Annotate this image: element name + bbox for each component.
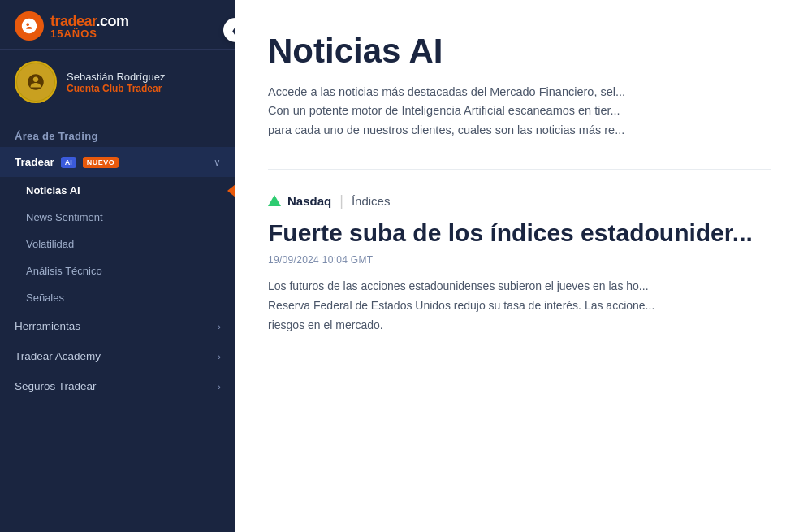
sidebar-item-tradear-ai[interactable]: Tradear AI NUEVO ∨ bbox=[0, 147, 235, 177]
herramientas-label: Herramientas bbox=[15, 320, 80, 332]
news-body: Los futuros de las acciones estadouniden… bbox=[268, 277, 771, 335]
logo-text: tradear.com 15AÑOS bbox=[50, 14, 129, 39]
chevron-down-icon: ∨ bbox=[214, 157, 221, 168]
positive-sentiment-icon bbox=[268, 195, 281, 206]
sidebar-item-volatilidad[interactable]: Volatilidad bbox=[0, 231, 235, 257]
main-content: Noticias AI Accede a las noticias más de… bbox=[235, 0, 812, 532]
logo-brand: tradear.com bbox=[50, 14, 129, 28]
user-name: Sebastián Rodríguez bbox=[67, 71, 165, 83]
noticias-ai-label: Noticias AI bbox=[26, 184, 80, 197]
news-category: Nasdaq | Índices bbox=[268, 192, 771, 210]
tradear-ai-label-row: Tradear AI NUEVO bbox=[15, 156, 119, 168]
arrow-right-icon: › bbox=[218, 322, 221, 331]
avatar bbox=[15, 61, 57, 103]
sidebar-nav: Área de Trading Tradear AI NUEVO ∨ Notic… bbox=[0, 115, 235, 532]
sidebar-item-tradear-academy[interactable]: Tradear Academy › bbox=[0, 341, 235, 371]
sidebar-item-senales[interactable]: Señales bbox=[0, 284, 235, 311]
senales-label: Señales bbox=[26, 292, 64, 304]
arrow-right-icon-2: › bbox=[218, 352, 221, 361]
sidebar-item-news-sentiment[interactable]: News Sentiment bbox=[0, 204, 235, 231]
arrow-right-icon-3: › bbox=[218, 382, 221, 391]
tradear-academy-label: Tradear Academy bbox=[15, 350, 101, 362]
volatilidad-label: Volatilidad bbox=[26, 238, 74, 250]
seguros-tradear-label: Seguros Tradear bbox=[15, 380, 97, 392]
collapse-button[interactable]: ❮ bbox=[223, 18, 235, 42]
sidebar-item-herramientas[interactable]: Herramientas › bbox=[0, 311, 235, 341]
tradear-ai-label: Tradear bbox=[15, 156, 54, 168]
sidebar-item-analisis-tecnico[interactable]: Análisis Técnico bbox=[0, 257, 235, 284]
news-category-name: Nasdaq bbox=[287, 194, 331, 208]
page-description: Accede a las noticias más destacadas del… bbox=[268, 83, 771, 140]
page-title: Noticias AI bbox=[268, 32, 771, 70]
sidebar-item-noticias-ai[interactable]: Noticias AI bbox=[0, 177, 235, 204]
news-category-type: Índices bbox=[352, 194, 391, 208]
logo-bull-icon bbox=[15, 11, 44, 41]
new-badge: NUEVO bbox=[83, 157, 119, 168]
analisis-tecnico-label: Análisis Técnico bbox=[26, 265, 102, 277]
category-separator: | bbox=[339, 192, 343, 210]
divider bbox=[268, 169, 771, 170]
sidebar-item-seguros-tradear[interactable]: Seguros Tradear › bbox=[0, 371, 235, 401]
area-trading-title: Área de Trading bbox=[0, 120, 235, 147]
user-info: Sebastián Rodríguez Cuenta Club Tradear bbox=[67, 71, 165, 94]
news-timestamp: 19/09/2024 10:04 GMT bbox=[268, 254, 771, 266]
logo-anniversary: 15AÑOS bbox=[50, 28, 129, 39]
tradear-ai-subnav: Noticias AI News Sentiment Volatilidad A… bbox=[0, 177, 235, 311]
news-item: Nasdaq | Índices Fuerte suba de los índi… bbox=[268, 192, 771, 335]
news-sentiment-label: News Sentiment bbox=[26, 211, 103, 223]
user-club: Cuenta Club Tradear bbox=[67, 83, 165, 94]
sidebar: tradear.com 15AÑOS ❮ Sebastián Rodríguez… bbox=[0, 0, 235, 532]
logo-top: tradear.com 15AÑOS bbox=[15, 11, 129, 41]
sidebar-header: tradear.com 15AÑOS ❮ bbox=[0, 0, 235, 50]
logo-area: tradear.com 15AÑOS bbox=[15, 11, 129, 41]
ai-badge: AI bbox=[61, 157, 76, 168]
active-arrow-icon bbox=[227, 184, 235, 197]
news-headline: Fuerte suba de los índices estadounider.… bbox=[268, 218, 771, 249]
user-section: Sebastián Rodríguez Cuenta Club Tradear bbox=[0, 50, 235, 115]
avatar-inner bbox=[17, 63, 54, 101]
